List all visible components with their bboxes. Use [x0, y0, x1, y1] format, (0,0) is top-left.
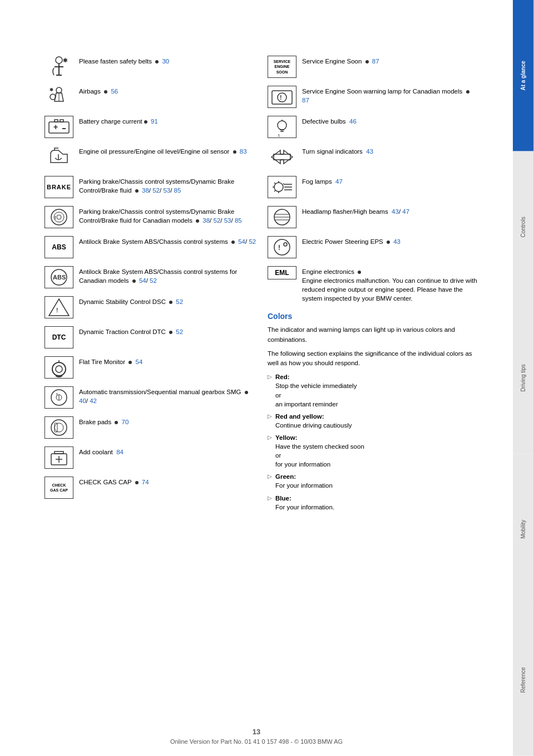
coolant-text: Add coolant 84	[79, 446, 256, 456]
dtc-link[interactable]: 52	[176, 328, 183, 335]
brake-box-text: Parking brake/Chassis control systems/Dy…	[79, 176, 256, 195]
service-engine-icon: SERVICEENGINESOON	[268, 56, 296, 78]
brake-ca-link4[interactable]: 85	[235, 217, 242, 224]
list-item: SERVICEENGINESOON Service Engine Soon 87	[268, 56, 479, 78]
list-item: Add coolant 84	[44, 446, 256, 469]
page-footer: 13 Online Version for Part No. 01 41 0 1…	[0, 728, 513, 745]
brake-box-link3[interactable]: 53	[163, 187, 170, 194]
eps-icon: !	[268, 236, 296, 258]
abs-ca-link1[interactable]: 54	[139, 277, 146, 284]
engine-oil-icon	[44, 146, 73, 168]
dsc-link[interactable]: 52	[176, 298, 183, 305]
flat-tire-link[interactable]: 54	[135, 359, 142, 365]
tab-mobility[interactable]: Mobility	[513, 454, 534, 605]
airbag-link[interactable]: 56	[111, 88, 118, 95]
brake-pads-text: Brake pads 70	[79, 416, 256, 426]
two-column-layout: ✱ Please fasten safety belts 30	[44, 56, 479, 515]
auto-trans-text: Automatic transmission/Sequential manual…	[79, 386, 256, 405]
svg-point-39	[278, 121, 286, 130]
headlamp-icon	[268, 206, 296, 228]
svg-text:!: !	[56, 307, 58, 313]
svg-marker-20	[49, 299, 69, 316]
service-engine-ca-link[interactable]: 87	[302, 97, 309, 104]
abs-circle-icon: ABS	[44, 266, 73, 288]
footer-text: Online Version for Part No. 01 41 0 157 …	[0, 738, 513, 745]
auto-trans-icon: !	[44, 386, 73, 409]
svg-point-4	[56, 87, 62, 93]
list-item: Turn signal indicators 43	[268, 146, 479, 168]
right-column: SERVICEENGINESOON Service Engine Soon 87…	[268, 56, 479, 515]
headlamp-link2[interactable]: 47	[402, 208, 409, 215]
list-item: DTC Dynamic Traction Control DTC 52	[44, 326, 256, 348]
eps-link[interactable]: 43	[393, 238, 400, 245]
tab-controls[interactable]: Controls	[513, 151, 534, 303]
seatbelt-link[interactable]: 30	[162, 58, 169, 65]
list-item: EML Engine electronics Engine electronic…	[268, 266, 479, 303]
tab-reference[interactable]: Reference	[513, 605, 534, 756]
headlamp-link1[interactable]: 43	[392, 208, 399, 215]
battery-icon: +	[44, 116, 73, 138]
gas-cap-icon: CHECKGAS CAP	[44, 477, 73, 499]
coolant-link[interactable]: 84	[116, 449, 123, 455]
dtc-text: Dynamic Traction Control DTC 52	[79, 326, 256, 336]
abs-ca-link2[interactable]: 52	[150, 277, 157, 284]
list-item: ▷ Red and yellow:Continue driving cautio…	[268, 412, 479, 430]
defective-bulbs-link[interactable]: 46	[349, 118, 357, 125]
seatbelt-text: Please fasten safety belts 30	[79, 56, 256, 66]
abs-link2[interactable]: 52	[249, 238, 256, 245]
brake-box-link2[interactable]: 52	[152, 187, 160, 194]
auto-trans-link1[interactable]: 40	[79, 397, 86, 404]
service-engine-ca-text: Service Engine Soon warning lamp for Can…	[302, 86, 479, 105]
dtc-icon: DTC	[44, 326, 73, 348]
svg-text:✱: ✱	[63, 57, 68, 63]
svg-text:!: !	[278, 133, 280, 138]
turn-signal-link[interactable]: 43	[366, 148, 373, 155]
brake-box-link1[interactable]: 38	[142, 187, 149, 194]
fog-lamps-link[interactable]: 47	[335, 178, 343, 185]
service-engine-text: Service Engine Soon 87	[302, 56, 479, 66]
fog-lamps-text: Fog lamps 47	[302, 176, 479, 186]
list-item: Brake pads 70	[44, 416, 256, 439]
list-item: ABS Antilock Brake System ABS/Chassis co…	[44, 236, 256, 258]
tab-at-a-glance[interactable]: At a glance	[513, 0, 534, 151]
battery-text: Battery charge current 91	[79, 116, 256, 126]
battery-link[interactable]: 91	[151, 118, 158, 125]
dsc-icon: !	[44, 296, 73, 318]
turn-signal-icon	[268, 146, 296, 168]
list-item: CHECKGAS CAP CHECK GAS CAP 74	[44, 477, 256, 499]
list-item: ▷ Yellow:Have the system checked soonorf…	[268, 433, 479, 469]
left-column: ✱ Please fasten safety belts 30	[44, 56, 256, 515]
defective-bulbs-text: Defective bulbs 46	[302, 116, 479, 126]
gas-cap-link[interactable]: 74	[142, 479, 149, 485]
list-item: Fog lamps 47	[268, 176, 479, 198]
svg-text:!: !	[55, 215, 56, 220]
colors-section: Colors The indicator and warning lamps c…	[268, 312, 479, 511]
auto-trans-link2[interactable]: 42	[90, 397, 97, 404]
list-item: ▷ Red:Stop the vehicle immediatelyoran i…	[268, 372, 479, 408]
brake-ca-link3[interactable]: 53	[224, 217, 231, 224]
service-engine-link[interactable]: 87	[372, 58, 379, 65]
main-content: ✱ Please fasten safety belts 30	[0, 0, 513, 756]
svg-point-56	[284, 243, 287, 246]
coolant-icon	[44, 446, 73, 469]
brake-pads-link[interactable]: 70	[122, 419, 129, 425]
list-item: Headlamp flasher/High beams 43/ 47	[268, 206, 479, 228]
tab-driving-tips[interactable]: Driving tips	[513, 302, 534, 454]
eml-text: Engine electronics Engine electronics ma…	[302, 266, 479, 303]
brake-circle-text: Parking brake/Chassis control systems/Dy…	[79, 206, 256, 225]
brake-ca-link1[interactable]: 38	[202, 217, 210, 224]
right-tabs: At a glance Controls Driving tips Mobili…	[513, 0, 534, 756]
colors-title: Colors	[268, 312, 479, 321]
svg-point-30	[55, 423, 63, 432]
airbag-text: Airbags 56	[79, 86, 256, 96]
engine-oil-text: Engine oil pressure/Engine oil level/Eng…	[79, 146, 256, 156]
svg-marker-45	[274, 150, 293, 164]
brake-pads-icon	[44, 416, 73, 439]
brake-box-link4[interactable]: 85	[174, 187, 181, 194]
engine-oil-link[interactable]: 83	[240, 148, 247, 155]
svg-marker-44	[271, 150, 290, 164]
brake-ca-link2[interactable]: 52	[214, 217, 221, 224]
list-item: ! Electric Power Steering EPS 43	[268, 236, 479, 258]
svg-text:+: +	[53, 122, 58, 131]
abs-link1[interactable]: 54	[238, 238, 245, 245]
